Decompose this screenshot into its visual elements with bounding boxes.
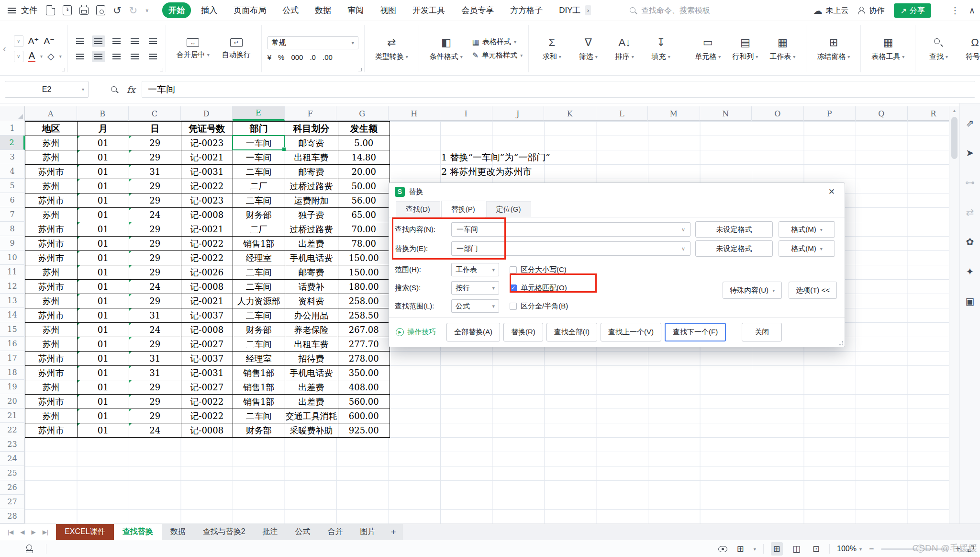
select-all-corner[interactable] [0,106,25,121]
eye-icon[interactable] [718,546,727,552]
column-header-Q[interactable]: Q [856,106,908,121]
vertical-scroll-thumb[interactable] [951,117,958,159]
cell[interactable]: 记-0021 [181,294,233,308]
sort-button[interactable]: A↓ 排序▾ [607,25,642,72]
look-in-select[interactable]: 公式 ▾ [451,299,499,313]
dialog-close-icon[interactable]: ✕ [824,186,839,198]
view-page-break-icon[interactable]: ⊡ [810,542,822,556]
rocket-icon[interactable]: ⇗ [966,117,974,129]
cell[interactable]: 24 [129,208,181,222]
tips-link[interactable]: ▶ 操作技巧 [396,328,436,337]
cell[interactable]: 交通工具消耗 [285,409,338,423]
zoom-slider[interactable] [881,548,948,550]
cell[interactable]: 二车间 [233,265,285,280]
match-width-option[interactable]: 区分全/半角(B) [510,302,568,311]
cell[interactable]: 出差费 [285,237,338,251]
combo-chevron-icon[interactable]: ∨ [681,246,685,252]
dialog-button-关闭[interactable]: 关闭 [742,323,782,341]
cell[interactable]: 苏州 [25,323,78,337]
dialog-tab-定位(G)[interactable]: 定位(G) [486,201,531,217]
cell[interactable]: 01 [77,280,129,294]
column-header-M[interactable]: M [648,106,700,121]
cell[interactable]: 独子费 [285,208,338,222]
sheet-nav-icon-2[interactable]: ▶ [32,529,36,535]
cell[interactable]: 苏州 [25,337,78,352]
valign-icon-0[interactable] [74,35,87,47]
dialog-titlebar[interactable]: S 替换 ✕ [389,183,845,200]
sheet-tab-EXCEL课件[interactable]: EXCEL课件 [56,524,113,540]
find-format-button[interactable]: 格式(M)▾ [779,221,835,238]
replace-with-input[interactable]: 一部门 ∨ [451,241,690,256]
column-header-O[interactable]: O [752,106,804,121]
sheet-tab-公式[interactable]: 公式 [287,524,319,540]
row-header-15[interactable]: 15 [0,322,25,337]
cell[interactable]: 邮寄费 [285,165,338,179]
theme-skin-icon[interactable]: ✿ [966,236,974,248]
cell[interactable]: 苏州市 [25,193,78,208]
cell[interactable]: 278.00 [338,352,390,366]
column-header-N[interactable]: N [700,106,752,121]
screen-record-icon[interactable] [26,545,34,553]
grid-overlay-icon[interactable]: ⊞ [735,542,746,556]
cell[interactable]: 01 [77,395,129,409]
cell[interactable]: 经理室 [233,251,285,265]
cell[interactable]: 人力资源部 [233,294,285,308]
zoom-slider-thumb[interactable] [916,545,924,553]
print-preview-icon[interactable] [96,5,105,15]
cell[interactable]: 销售1部 [233,237,285,251]
row-header-10[interactable]: 10 [0,250,25,265]
column-header-G[interactable]: G [336,106,389,121]
zoom-out-icon[interactable]: − [869,544,874,554]
cell[interactable]: 销售1部 [233,395,285,409]
cell[interactable]: 苏州 [25,294,78,308]
cell[interactable]: 29 [129,294,181,308]
column-header-E[interactable]: E [233,106,285,121]
symbol-button[interactable]: Ω 符号▾ [958,25,980,72]
hamburger-icon[interactable] [8,8,16,13]
cell[interactable]: 过桥过路费 [285,222,338,237]
row-header-21[interactable]: 21 [0,409,25,423]
valign-icon-1[interactable] [92,35,105,47]
cell[interactable]: 二车间 [233,193,285,208]
row-header-26[interactable]: 26 [0,480,25,495]
command-search[interactable]: 查找命令、搜索模板 [630,0,710,21]
halign-icon-1[interactable] [92,51,105,62]
dialog-button-查找下一个(F)[interactable]: 查找下一个(F) [665,323,726,341]
save-icon[interactable] [63,5,72,15]
menu-tab-视图[interactable]: 视图 [374,2,402,18]
menu-tab-DIY工[interactable]: DIY工 [553,2,587,18]
cell-style-button[interactable]: ✎ 单元格样式 ▾ [472,51,523,60]
cell[interactable]: 记-0008 [181,208,233,222]
cell[interactable]: 记-0008 [181,423,233,438]
cell[interactable]: 苏州 [25,380,78,395]
valign-icon-4[interactable] [146,35,160,47]
halign-icon-2[interactable] [110,51,123,62]
sheet-tab-查找替换[interactable]: 查找替换 [114,524,162,540]
collapse-ribbon-icon[interactable]: ∧ [969,5,975,16]
rows-cols-button[interactable]: ▤ 行和列▾ [727,25,763,72]
special-content-button[interactable]: 特殊内容(U)▾ [723,282,782,299]
cell[interactable]: 苏州市 [25,308,78,323]
replace-format-button[interactable]: 格式(M)▾ [779,240,835,257]
cell[interactable]: 408.00 [338,380,390,395]
filter-button[interactable]: ∇ 筛选▾ [571,25,605,72]
cell[interactable]: 记-0037 [181,352,233,366]
row-header-9[interactable]: 9 [0,236,25,250]
cell[interactable]: 65.00 [338,208,390,222]
column-header-I[interactable]: I [440,106,492,121]
cell[interactable]: 苏州市 [25,280,78,294]
row-header-27[interactable]: 27 [0,495,25,509]
new-file-icon[interactable] [46,5,55,15]
zoom-in-icon[interactable]: + [955,544,960,554]
row-header-20[interactable]: 20 [0,394,25,409]
vertical-scrollbar[interactable]: ▲ [949,106,959,523]
cell[interactable]: 50.00 [338,179,390,193]
decrease-font-button[interactable]: A⁻ [44,35,55,46]
cell[interactable]: 350.00 [338,366,390,380]
cell[interactable]: 01 [77,352,129,366]
cell[interactable]: 邮寄费 [285,265,338,280]
type-convert-button[interactable]: ⇄ 类型转换▾ [370,25,413,72]
redo-icon[interactable]: ↻ [129,5,138,16]
match-cell-option[interactable]: ✓ 单元格匹配(O) [510,284,567,293]
row-header-5[interactable]: 5 [0,179,25,193]
